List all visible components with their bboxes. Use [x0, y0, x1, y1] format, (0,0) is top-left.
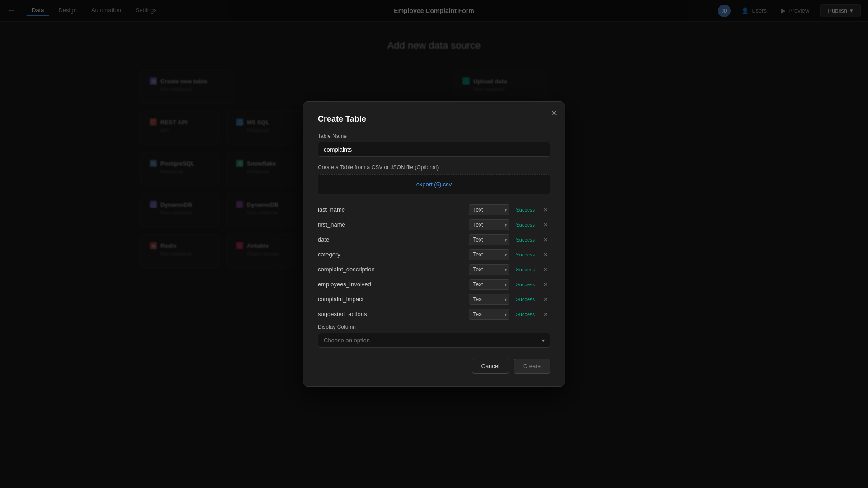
- field-name-category: category: [318, 248, 465, 261]
- delete-field-complaint_description[interactable]: ✕: [541, 265, 550, 274]
- field-name-date: date: [318, 233, 465, 246]
- field-type-select-category[interactable]: TextNumberBooleanDateEmailURL: [469, 249, 509, 260]
- status-badge-last_name: Success: [513, 206, 538, 214]
- field-type-select-date[interactable]: TextNumberBooleanDateEmailURL: [469, 234, 509, 245]
- create-table-modal: ✕ Create Table Table Name Create a Table…: [303, 101, 565, 387]
- delete-field-category[interactable]: ✕: [541, 250, 550, 259]
- modal-overlay: ✕ Create Table Table Name Create a Table…: [0, 0, 868, 488]
- field-name-first_name: first_name: [318, 218, 465, 231]
- status-badge-category: Success: [513, 251, 538, 259]
- status-badge-suggested_actions: Success: [513, 310, 538, 318]
- close-button[interactable]: ✕: [551, 109, 557, 117]
- field-row: last_nameTextNumberBooleanDateEmailURLSu…: [318, 204, 550, 216]
- status-badge-employees_involved: Success: [513, 280, 538, 289]
- field-type-select-complaint_impact[interactable]: TextNumberBooleanDateEmailURL: [469, 294, 509, 305]
- display-col-select[interactable]: Choose an option last_namefirst_namedate…: [318, 333, 550, 348]
- status-badge-date: Success: [513, 236, 538, 244]
- modal-title: Create Table: [318, 114, 550, 124]
- field-name-complaint_description: complaint_description: [318, 263, 465, 275]
- table-name-label: Table Name: [318, 133, 550, 139]
- delete-field-complaint_impact[interactable]: ✕: [541, 295, 550, 304]
- field-row: complaint_impactTextNumberBooleanDateEma…: [318, 293, 550, 305]
- field-type-select-employees_involved[interactable]: TextNumberBooleanDateEmailURL: [469, 279, 509, 290]
- field-type-select-last_name[interactable]: TextNumberBooleanDateEmailURL: [469, 204, 509, 215]
- field-type-select-complaint_description[interactable]: TextNumberBooleanDateEmailURL: [469, 264, 509, 275]
- delete-field-date[interactable]: ✕: [541, 235, 550, 244]
- field-row: suggested_actionsTextNumberBooleanDateEm…: [318, 308, 550, 320]
- field-name-complaint_impact: complaint_impact: [318, 293, 465, 305]
- status-badge-first_name: Success: [513, 221, 538, 229]
- field-type-select-first_name[interactable]: TextNumberBooleanDateEmailURL: [469, 219, 509, 230]
- status-badge-complaint_impact: Success: [513, 295, 538, 303]
- field-type-select-suggested_actions[interactable]: TextNumberBooleanDateEmailURL: [469, 309, 509, 320]
- field-row: categoryTextNumberBooleanDateEmailURLSuc…: [318, 248, 550, 261]
- csv-upload-area[interactable]: export (9).csv: [318, 174, 550, 194]
- field-name-suggested_actions: suggested_actions: [318, 308, 465, 320]
- status-badge-complaint_description: Success: [513, 265, 538, 274]
- display-col-wrapper: Choose an option last_namefirst_namedate…: [318, 333, 550, 348]
- field-row: first_nameTextNumberBooleanDateEmailURLS…: [318, 218, 550, 231]
- fields-list: last_nameTextNumberBooleanDateEmailURLSu…: [318, 204, 550, 320]
- field-row: complaint_descriptionTextNumberBooleanDa…: [318, 263, 550, 275]
- display-col-label: Display Column: [318, 324, 550, 330]
- field-row: dateTextNumberBooleanDateEmailURLSuccess…: [318, 233, 550, 246]
- delete-field-suggested_actions[interactable]: ✕: [541, 310, 550, 319]
- create-button[interactable]: Create: [514, 359, 550, 374]
- delete-field-employees_involved[interactable]: ✕: [541, 280, 550, 289]
- field-name-employees_involved: employees_involved: [318, 278, 465, 290]
- table-name-input[interactable]: [318, 142, 550, 157]
- field-name-last_name: last_name: [318, 204, 465, 216]
- delete-field-last_name[interactable]: ✕: [541, 205, 550, 214]
- cancel-button[interactable]: Cancel: [472, 359, 509, 374]
- csv-optional-label: Create a Table from a CSV or JSON file (…: [318, 164, 550, 171]
- delete-field-first_name[interactable]: ✕: [541, 220, 550, 229]
- csv-link[interactable]: export (9).csv: [416, 181, 452, 188]
- modal-footer: Cancel Create: [318, 359, 550, 374]
- field-row: employees_involvedTextNumberBooleanDateE…: [318, 278, 550, 290]
